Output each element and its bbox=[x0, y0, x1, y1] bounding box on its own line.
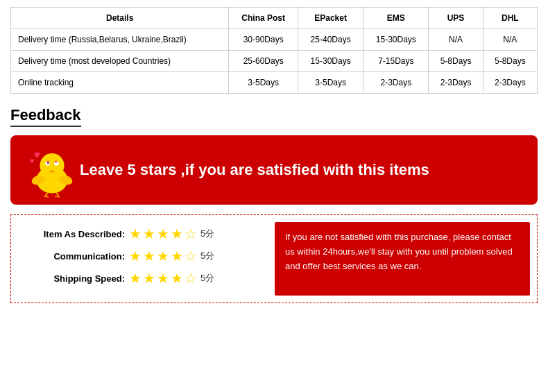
row1-epacket: 25-40Days bbox=[298, 29, 363, 51]
col-ups: UPS bbox=[429, 8, 483, 29]
shipping-table: Details China Post EPacket EMS UPS DHL D… bbox=[10, 7, 538, 94]
rating-item-described: Item As Described: ★ ★ ★ ★ ☆ 5分 bbox=[25, 225, 268, 242]
col-dhl: DHL bbox=[483, 8, 537, 29]
rating-label-described: Item As Described: bbox=[25, 229, 129, 239]
row1-ems: 15-30Days bbox=[363, 29, 429, 51]
star-1: ★ bbox=[129, 270, 142, 287]
star-2: ★ bbox=[143, 248, 155, 264]
row2-ups: 5-8Days bbox=[429, 51, 483, 72]
svg-point-1 bbox=[40, 153, 64, 178]
stars-described: ★ ★ ★ ★ ☆ bbox=[129, 225, 197, 242]
row3-china-post: 3-5Days bbox=[229, 72, 298, 94]
chick-icon bbox=[24, 142, 80, 198]
svg-line-11 bbox=[56, 192, 58, 196]
row3-epacket: 3-5Days bbox=[298, 72, 363, 94]
score-communication: 5分 bbox=[200, 250, 214, 262]
row3-dhl: 2-3Days bbox=[483, 72, 537, 94]
ratings-left: Item As Described: ★ ★ ★ ★ ☆ 5分 Communic… bbox=[18, 222, 275, 296]
star-1: ★ bbox=[129, 248, 142, 264]
score-described: 5分 bbox=[200, 228, 214, 240]
feedback-title: Feedback bbox=[10, 106, 81, 127]
star-3: ★ bbox=[157, 225, 169, 242]
stars-shipping: ★ ★ ★ ★ ☆ bbox=[129, 270, 197, 287]
row3-ups: 2-3Days bbox=[429, 72, 483, 94]
score-shipping: 5分 bbox=[200, 272, 214, 284]
rating-item-shipping: Shipping Speed: ★ ★ ★ ★ ☆ 5分 bbox=[25, 270, 268, 287]
row1-china-post: 30-90Days bbox=[229, 29, 298, 51]
ratings-container: Item As Described: ★ ★ ★ ★ ☆ 5分 Communic… bbox=[10, 214, 538, 303]
star-2: ★ bbox=[143, 270, 155, 287]
rating-label-communication: Communication: bbox=[25, 251, 129, 262]
svg-line-8 bbox=[45, 192, 47, 196]
star-5: ☆ bbox=[185, 248, 197, 264]
shipping-table-section: Details China Post EPacket EMS UPS DHL D… bbox=[0, 0, 548, 101]
row1-label: Delivery time (Russia,Belarus, Ukraine,B… bbox=[11, 29, 229, 51]
row2-epacket: 15-30Days bbox=[298, 51, 363, 72]
star-3: ★ bbox=[157, 270, 169, 287]
ratings-right-text: If you are not satisfied with this purch… bbox=[275, 222, 530, 296]
star-2: ★ bbox=[143, 225, 155, 242]
row1-ups: N/A bbox=[429, 29, 483, 51]
star-1: ★ bbox=[129, 225, 142, 242]
star-4: ★ bbox=[171, 225, 183, 242]
row2-label: Delivery time (most developed Countries) bbox=[11, 51, 229, 72]
col-details: Details bbox=[11, 8, 229, 29]
table-row: Online tracking 3-5Days 3-5Days 2-3Days … bbox=[11, 72, 538, 94]
star-5: ☆ bbox=[185, 270, 197, 287]
row1-dhl: N/A bbox=[483, 29, 537, 51]
col-epacket: EPacket bbox=[298, 8, 363, 29]
feedback-banner: Leave 5 stars ,if you are satisfied with… bbox=[10, 135, 538, 205]
row2-ems: 7-15Days bbox=[363, 51, 429, 72]
row3-label: Online tracking bbox=[11, 72, 229, 94]
feedback-section: Feedback bbox=[0, 101, 548, 303]
svg-line-13 bbox=[59, 196, 60, 198]
row2-dhl: 5-8Days bbox=[483, 51, 537, 72]
banner-message: Leave 5 stars ,if you are satisfied with… bbox=[80, 160, 429, 180]
table-row: Delivery time (Russia,Belarus, Ukraine,B… bbox=[11, 29, 538, 51]
row3-ems: 2-3Days bbox=[363, 72, 429, 94]
col-ems: EMS bbox=[363, 8, 429, 29]
star-4: ★ bbox=[171, 270, 183, 287]
table-row: Delivery time (most developed Countries)… bbox=[11, 51, 538, 72]
row2-china-post: 25-60Days bbox=[229, 51, 298, 72]
rating-label-shipping: Shipping Speed: bbox=[25, 273, 129, 284]
star-5: ☆ bbox=[185, 225, 197, 242]
col-china-post: China Post bbox=[229, 8, 298, 29]
star-4: ★ bbox=[171, 248, 183, 264]
rating-item-communication: Communication: ★ ★ ★ ★ ☆ 5分 bbox=[25, 248, 268, 264]
stars-communication: ★ ★ ★ ★ ☆ bbox=[129, 248, 197, 264]
svg-line-10 bbox=[48, 196, 49, 198]
star-3: ★ bbox=[157, 248, 169, 264]
